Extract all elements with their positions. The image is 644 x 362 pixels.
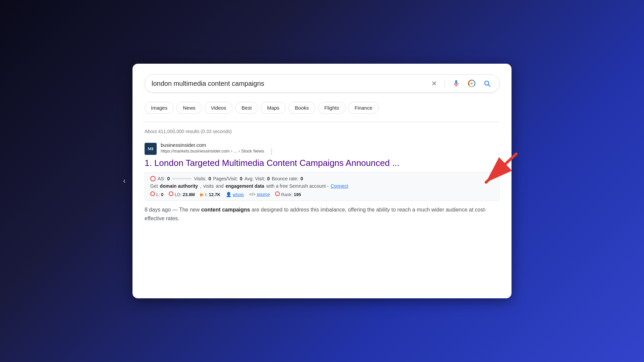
clear-button[interactable]: ✕ — [430, 78, 438, 89]
seo-row-1b: Get domain authority, visits and engagem… — [150, 183, 494, 189]
search-input[interactable] — [152, 80, 430, 87]
source-name: businessinsider.com — [161, 142, 275, 148]
snippet-date: 8 days ago — The new — [145, 207, 201, 213]
as-label: AS: — [158, 176, 165, 181]
visits-label: Visits: — [194, 176, 206, 181]
bounce-value: 0 — [301, 176, 303, 181]
avg-visit-value: 0 — [267, 176, 270, 181]
rank-metric: Rank: 195 — [275, 191, 301, 197]
svg-point-1 — [471, 82, 473, 85]
source-url: https://markets.businessinsider.com › ..… — [161, 148, 275, 155]
pages-visit-value: 0 — [240, 176, 243, 181]
engagement-data-text: engagement data — [226, 183, 264, 189]
connect-link[interactable]: Connect — [331, 183, 348, 189]
tab-books[interactable]: Books — [288, 102, 315, 114]
orange-triangle-icon: ▶ — [200, 192, 204, 197]
get-text: Get — [150, 183, 158, 189]
tab-images[interactable]: Images — [145, 102, 174, 114]
code-icon: </> — [249, 192, 256, 197]
pages-visit-label: Pages/Visit: — [213, 176, 238, 181]
microphone-icon — [452, 79, 460, 87]
clear-icon: ✕ — [431, 79, 437, 87]
result-item: MI businessinsider.com https://markets.b… — [145, 142, 499, 223]
filter-tabs: Images News Videos Best Maps Books Fligh… — [145, 102, 499, 114]
ld-circle-icon — [169, 191, 173, 196]
rank-circle-icon — [275, 191, 280, 196]
results-divider — [145, 122, 499, 122]
l-metric: L: 0 — [150, 191, 163, 197]
seo-metrics-bar: AS: 0 Visits: 0 Pages/Visit: 0 Avg. Visi… — [145, 172, 499, 201]
person-icon: 👤 — [226, 192, 231, 197]
avg-visit-label: Avg. Visit: — [245, 176, 265, 181]
site-favicon: MI — [145, 143, 157, 155]
more-options-button[interactable]: ⋮ — [269, 148, 275, 155]
semrush-text: with a free Semrush account - — [266, 183, 329, 189]
tab-flights[interactable]: Flights — [318, 102, 345, 114]
source-info: businessinsider.com https://markets.busi… — [161, 142, 275, 155]
source-link[interactable]: </> source — [249, 192, 270, 197]
whois-link[interactable]: 👤 whois — [226, 192, 244, 197]
microphone-button[interactable] — [451, 78, 462, 89]
tab-videos[interactable]: Videos — [205, 102, 233, 114]
visits-value: 0 — [208, 176, 211, 181]
lens-icon — [468, 79, 476, 87]
search-button[interactable] — [482, 78, 492, 89]
as-circle-icon — [150, 176, 156, 181]
search-divider — [444, 79, 445, 88]
visits-text: visits — [203, 183, 214, 189]
ld-metric: LD: 23.8M — [169, 191, 195, 197]
search-actions: ✕ — [430, 78, 492, 89]
and-text: and — [216, 183, 223, 189]
as-bar-visual — [172, 178, 192, 179]
tab-news[interactable]: News — [176, 102, 202, 114]
search-magnifier-icon — [483, 79, 491, 87]
result-snippet: 8 days ago — The new content campaigns a… — [145, 205, 499, 223]
i-metric: ▶ I: 12.7K — [200, 192, 220, 197]
tab-best[interactable]: Best — [235, 102, 258, 114]
tab-finance[interactable]: Finance — [348, 102, 379, 114]
tab-maps[interactable]: Maps — [261, 102, 286, 114]
l-circle-icon — [150, 191, 155, 196]
as-value: 0 — [167, 176, 170, 181]
bounce-label: Bounce rate: — [272, 176, 298, 181]
browser-window: ‹ ✕ — [132, 64, 512, 298]
seo-row-2: L: 0 LD: 23.8M ▶ I: 12.7K 👤 whois </> so… — [150, 191, 494, 197]
result-title[interactable]: 1. London Targeted Multimedia Content Ca… — [145, 157, 499, 169]
results-count: About 411,000,000 results (0.33 seconds) — [145, 129, 499, 134]
result-source: MI businessinsider.com https://markets.b… — [145, 142, 499, 155]
snippet-bold-1: content campaigns — [201, 207, 250, 213]
search-bar: ✕ — [145, 74, 499, 93]
lens-button[interactable] — [466, 78, 477, 89]
domain-authority-text: domain authority — [160, 183, 198, 189]
seo-row-1: AS: 0 Visits: 0 Pages/Visit: 0 Avg. Visi… — [150, 176, 494, 181]
back-arrow[interactable]: ‹ — [123, 177, 125, 185]
